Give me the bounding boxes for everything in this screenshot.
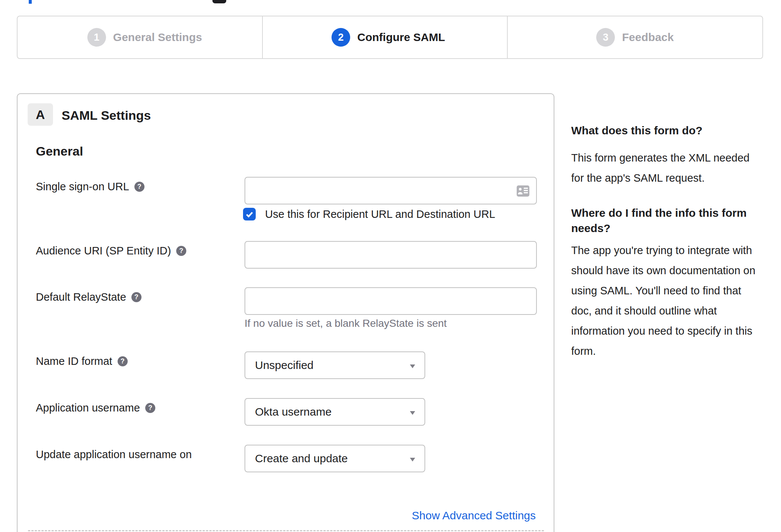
nameid-select[interactable]: Unspecified bbox=[245, 351, 425, 379]
audience-uri-help-icon[interactable]: ? bbox=[176, 246, 186, 256]
sidebar-paragraph-1: This form generates the XML needed for t… bbox=[571, 148, 750, 188]
sso-url-label: Single sign-on URL bbox=[36, 180, 129, 193]
step-configure-saml[interactable]: 2 Configure SAML bbox=[263, 16, 508, 58]
step-2-circle: 2 bbox=[332, 28, 350, 47]
nameid-label: Name ID format bbox=[36, 355, 112, 367]
nameid-select-value: Unspecified bbox=[255, 359, 314, 372]
relaystate-label: Default RelayState bbox=[36, 291, 126, 303]
appuser-label: Application username bbox=[36, 401, 140, 414]
relaystate-label-row: Default RelayState ? bbox=[36, 291, 141, 303]
step-3-label: Feedback bbox=[622, 31, 673, 44]
appuser-select[interactable]: Okta username bbox=[245, 398, 425, 426]
step-general-settings[interactable]: 1 General Settings bbox=[18, 16, 263, 58]
saml-settings-panel: A SAML Settings General Single sign-on U… bbox=[17, 93, 554, 532]
section-badge-a: A bbox=[28, 103, 53, 126]
relaystate-help-icon[interactable]: ? bbox=[131, 292, 141, 302]
sidebar-heading-1: What does this form do? bbox=[571, 123, 703, 138]
nameid-label-row: Name ID format ? bbox=[36, 355, 128, 367]
cutoff-icon-fragment-dark bbox=[212, 0, 226, 3]
appuser-caret-icon bbox=[410, 411, 415, 415]
audience-uri-label-row: Audience URI (SP Entity ID) ? bbox=[36, 244, 186, 257]
updateuser-caret-icon bbox=[410, 458, 415, 461]
appuser-label-row: Application username ? bbox=[36, 401, 155, 414]
relaystate-hint: If no value is set, a blank RelayState i… bbox=[245, 317, 447, 329]
updateuser-label: Update application username on bbox=[36, 448, 192, 461]
step-3-circle: 3 bbox=[596, 28, 615, 47]
cutoff-title-fragment-blue bbox=[29, 0, 32, 4]
nameid-help-icon[interactable]: ? bbox=[118, 356, 128, 366]
section-divider-dashed bbox=[28, 530, 544, 531]
contact-card-icon bbox=[517, 185, 529, 197]
audience-uri-label: Audience URI (SP Entity ID) bbox=[36, 244, 171, 257]
section-title: SAML Settings bbox=[62, 108, 151, 123]
relaystate-input[interactable] bbox=[245, 287, 537, 315]
step-1-label: General Settings bbox=[113, 31, 202, 44]
appuser-help-icon[interactable]: ? bbox=[145, 403, 155, 413]
recipient-url-checkbox-label: Use this for Recipient URL and Destinati… bbox=[265, 208, 495, 220]
sidebar-paragraph-2: The app you're trying to integrate with … bbox=[571, 240, 755, 361]
show-advanced-settings-link[interactable]: Show Advanced Settings bbox=[412, 509, 536, 522]
updateuser-label-row: Update application username on bbox=[36, 448, 192, 461]
wizard-stepper: 1 General Settings 2 Configure SAML 3 Fe… bbox=[17, 16, 763, 59]
sso-url-help-icon[interactable]: ? bbox=[134, 182, 144, 192]
step-1-circle: 1 bbox=[87, 28, 106, 47]
group-heading-general: General bbox=[36, 144, 83, 159]
recipient-url-checkbox[interactable] bbox=[243, 208, 256, 220]
step-feedback[interactable]: 3 Feedback bbox=[508, 16, 762, 58]
sso-url-label-row: Single sign-on URL ? bbox=[36, 180, 144, 193]
updateuser-select[interactable]: Create and update bbox=[245, 445, 425, 472]
sso-url-input[interactable] bbox=[245, 177, 537, 204]
checkmark-icon bbox=[245, 210, 254, 219]
appuser-select-value: Okta username bbox=[255, 406, 332, 418]
audience-uri-input[interactable] bbox=[245, 241, 537, 269]
sidebar-heading-2: Where do I find the info this form needs… bbox=[571, 205, 747, 236]
nameid-caret-icon bbox=[410, 364, 415, 368]
step-2-label: Configure SAML bbox=[357, 31, 445, 44]
updateuser-select-value: Create and update bbox=[255, 452, 348, 465]
sso-checkbox-row: Use this for Recipient URL and Destinati… bbox=[243, 208, 495, 220]
